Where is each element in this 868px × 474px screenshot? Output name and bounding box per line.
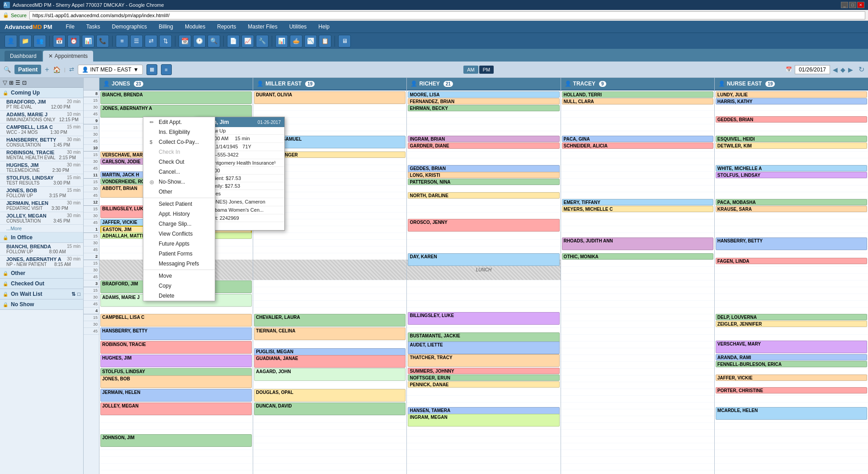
list-item[interactable]: JONES, ABERNATHY A30 min NP - NEW PATIEN… bbox=[0, 256, 83, 268]
appt-block[interactable]: ZEIGLER, JENNIFER bbox=[716, 321, 867, 327]
ctx-copy[interactable]: Copy bbox=[143, 281, 215, 291]
appt-block[interactable]: BILLINGSLEY, LUKE bbox=[408, 312, 559, 325]
menu-billing[interactable]: Billing bbox=[157, 23, 175, 31]
tb-trend-icon[interactable]: 📉 bbox=[304, 35, 317, 47]
appt-block[interactable]: HUGHES, JIM bbox=[100, 355, 252, 367]
home-icon[interactable]: 🏠 bbox=[53, 66, 61, 73]
appt-block[interactable]: DURANT, OLIVIA bbox=[254, 91, 406, 104]
appt-block[interactable]: VERSCHAVE, MARY bbox=[716, 341, 867, 353]
tb-arrows-icon[interactable]: ⇄ bbox=[145, 35, 157, 47]
list-item[interactable]: CAMPBELL, LISA C15 min WCC - 24 MOS 1:30… bbox=[0, 123, 83, 136]
appt-block[interactable]: INGRAM, MEGAN bbox=[408, 414, 559, 427]
appt-block[interactable]: ROBINSON, TRACIE bbox=[100, 341, 252, 354]
tb-lines-icon[interactable]: ☰ bbox=[130, 35, 143, 47]
wait-list-sort-icon[interactable]: ⇅ bbox=[71, 291, 75, 297]
appt-block[interactable]: DAY, KAREN bbox=[408, 253, 559, 266]
appt-block[interactable]: AUDET, LIETTE bbox=[408, 341, 559, 354]
ctx-appt-history[interactable]: Appt. History bbox=[143, 209, 215, 219]
tb-people-icon[interactable]: 👥 bbox=[33, 35, 46, 47]
appt-block[interactable]: NORTH, DARLINE bbox=[408, 192, 559, 199]
more-link[interactable]: ...More bbox=[0, 225, 83, 232]
list-item[interactable]: ROBINSON, TRACIE30 min MENTAL HEALTH EVA… bbox=[0, 149, 83, 161]
appt-block[interactable]: NULL, CLARA bbox=[562, 98, 713, 104]
appt-block[interactable]: OROSCO, JENNY bbox=[408, 219, 559, 232]
appt-block[interactable]: DUNCAN, DAVID bbox=[254, 403, 406, 415]
tab-appointments[interactable]: ✕ Appointments bbox=[43, 51, 93, 62]
ctx-check-out[interactable]: Check Out bbox=[143, 157, 215, 167]
appt-block[interactable]: DETWILER, KIM bbox=[716, 142, 867, 149]
tb-tools-icon[interactable]: 🔧 bbox=[256, 35, 269, 47]
appt-block[interactable]: EMERY, TIFFANY bbox=[562, 199, 713, 205]
appt-block[interactable]: MOORE, LISA bbox=[408, 91, 559, 98]
list-item[interactable]: HUGHES, JIM30 min TELEMEDICINE 2:30 PM bbox=[0, 161, 83, 174]
tb-clock-icon[interactable]: ⏰ bbox=[67, 35, 80, 47]
tb-calendar-icon[interactable]: 📅 bbox=[53, 35, 66, 47]
list-item[interactable]: BRADFORD, JIM20 min PT RE-EVAL 12:00 PM bbox=[0, 98, 83, 111]
appt-block[interactable]: GEDDES, BRIAN bbox=[716, 116, 867, 123]
list-item[interactable]: HANSBERRY, BETTY30 min CONSULTATION 1:45… bbox=[0, 136, 83, 149]
tb-list-icon[interactable]: ≡ bbox=[116, 35, 128, 47]
appt-block[interactable]: MCARDLE, HELEN bbox=[716, 407, 867, 420]
ctx-cancel[interactable]: Cancel... bbox=[143, 167, 215, 177]
ctx-collect-copay[interactable]: $ Collect Co-Pay... bbox=[143, 137, 215, 147]
appt-block[interactable]: MEYERS, MICHELLE C bbox=[562, 206, 713, 212]
add-patient-icon[interactable]: + bbox=[45, 66, 49, 74]
ctx-delete[interactable]: Delete bbox=[143, 291, 215, 301]
appt-block[interactable]: JONES, BOB bbox=[100, 375, 252, 388]
appt-block[interactable]: WHITE, MICHELLE A bbox=[716, 165, 867, 171]
sidebar-expand-icon[interactable]: ⊡ bbox=[22, 80, 27, 86]
appt-block[interactable]: SCHNEIDER, ALICIA bbox=[562, 142, 713, 149]
ctx-messaging-prefs[interactable]: Messaging Prefs bbox=[143, 259, 215, 269]
pm-btn[interactable]: PM bbox=[479, 66, 494, 74]
calendar-icon[interactable]: 📅 bbox=[786, 66, 792, 72]
appt-block[interactable]: PATTERSON, NINA bbox=[408, 179, 559, 185]
list-view-btn[interactable]: ≡ bbox=[161, 64, 172, 75]
appt-block[interactable]: DELP, LOUVERNA bbox=[716, 314, 867, 320]
provider-selector[interactable]: 👤 INT MED - EAST ▼ bbox=[78, 65, 143, 75]
tb-bar-icon[interactable]: 📊 bbox=[275, 35, 288, 47]
appt-block[interactable]: HOLLAND, TERRI bbox=[562, 91, 713, 98]
appt-block[interactable]: NOFTSGER, ERUN bbox=[408, 374, 559, 381]
tb-person-icon[interactable]: 👤 bbox=[5, 35, 17, 47]
appt-block[interactable]: EHRMAN, BECKY bbox=[408, 105, 559, 111]
ctx-ins-eligibility[interactable]: Ins. Eligibility bbox=[143, 127, 215, 137]
window-controls[interactable]: _ □ ✕ bbox=[841, 2, 864, 8]
am-btn[interactable]: AM bbox=[463, 66, 478, 74]
tb-stat-icon[interactable]: 📋 bbox=[319, 35, 331, 47]
minimize-button[interactable]: _ bbox=[841, 2, 848, 8]
patient-label[interactable]: Patient bbox=[14, 65, 41, 74]
list-item[interactable]: ADAMS, MARIE J10 min IMMUNIZATIONS ONLY … bbox=[0, 111, 83, 123]
menu-file[interactable]: File bbox=[64, 23, 76, 31]
tb-arrows2-icon[interactable]: ⇅ bbox=[159, 35, 172, 47]
appt-block[interactable]: CHEVALIER, LAURA bbox=[254, 314, 406, 327]
menu-tasks[interactable]: Tasks bbox=[85, 23, 102, 31]
appt-block[interactable]: RHOADS, JUDITH ANN bbox=[562, 237, 713, 250]
appt-block[interactable]: STOLFUS, LINDSAY bbox=[716, 172, 867, 178]
tb-time-icon[interactable]: 🕐 bbox=[193, 35, 206, 47]
tb-cal2-icon[interactable]: 📆 bbox=[179, 35, 191, 47]
ctx-move[interactable]: Move bbox=[143, 271, 215, 281]
appt-block[interactable]: JONES, ABERNATHY A bbox=[100, 105, 252, 118]
appt-block[interactable]: BIANCHI, BRENDA bbox=[100, 91, 252, 104]
tb-chart2-icon[interactable]: 📈 bbox=[241, 35, 254, 47]
menu-modules[interactable]: Modules bbox=[183, 23, 207, 31]
appt-block[interactable]: GARDNER, DIANE bbox=[408, 142, 559, 149]
tb-pie-icon[interactable]: 🥧 bbox=[290, 35, 302, 47]
tb-phone-icon[interactable]: 📞 bbox=[96, 35, 109, 47]
appt-block[interactable]: TIERNAN, CELINA bbox=[254, 327, 406, 340]
appt-block[interactable]: PACA, MOBASHA bbox=[716, 199, 867, 205]
appt-block[interactable]: JAFFER, VICKIE bbox=[716, 374, 867, 381]
ctx-patient-forms[interactable]: Patient Forms bbox=[143, 249, 215, 259]
appt-block[interactable]: KRAUSE, SARA bbox=[716, 206, 867, 212]
menu-master-files[interactable]: Master Files bbox=[246, 23, 279, 31]
address-input[interactable] bbox=[29, 11, 865, 19]
refresh-btn[interactable]: ↻ bbox=[859, 65, 864, 74]
ctx-select-patient[interactable]: Select Patient bbox=[143, 199, 215, 209]
appt-block[interactable]: FAGEN, LINDA bbox=[716, 258, 867, 264]
appt-block[interactable]: DOUGLAS, OPAL bbox=[254, 389, 406, 402]
prev-date-btn[interactable]: ◀ bbox=[833, 66, 838, 73]
appt-block[interactable]: PENNICK, DANAE bbox=[408, 381, 559, 388]
appt-block[interactable]: HANSBERRY, BETTY bbox=[100, 327, 252, 340]
menu-reports[interactable]: Reports bbox=[215, 23, 238, 31]
appt-block[interactable]: GUADIANA, JANAE bbox=[254, 355, 406, 368]
